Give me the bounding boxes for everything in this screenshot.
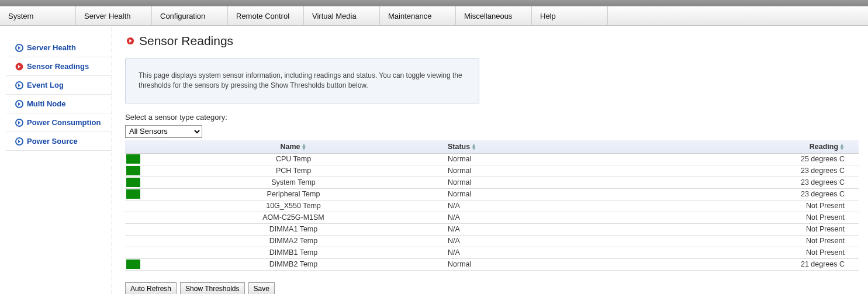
sensor-status: Normal [444,258,637,270]
status-color-box [126,178,140,187]
table-row[interactable]: AOM-C25G-M1SMN/ANot Present [125,212,859,223]
sidebar-item-power-source[interactable]: Power Source [6,132,112,151]
sidebar-item-label: Server Health [27,43,76,52]
sidebar-item-event-log[interactable]: Event Log [6,76,112,95]
sidebar-item-label: Multi Node [27,99,65,108]
status-color-cell [125,200,143,212]
sensor-status: N/A [444,223,637,235]
main-content: Sensor Readings This page displays syste… [112,26,868,294]
sensor-reading: 23 degrees C [637,188,859,200]
sidebar-item-multi-node[interactable]: Multi Node [6,95,112,113]
sensor-reading: 23 degrees C [637,165,859,177]
table-row[interactable]: Peripheral TempNormal23 degrees C [125,188,859,200]
sensor-name: DIMMB1 Temp [143,247,444,258]
sensor-type-select[interactable]: All Sensors [125,125,202,138]
button-row: Auto Refresh Show Thresholds Save [125,282,859,294]
table-row[interactable]: PCH TempNormal23 degrees C [125,165,859,177]
sidebar: Server Health Sensor Readings Event Log … [0,26,112,294]
show-thresholds-button[interactable]: Show Thresholds [180,282,245,294]
arrow-right-icon [15,63,23,71]
sensor-reading: 21 degrees C [637,258,859,270]
sort-icon: ▲▼ [839,143,845,150]
table-row[interactable]: DIMMB2 TempNormal21 degrees C [125,258,859,270]
col-header-color [125,140,143,154]
sidebar-item-label: Power Consumption [27,118,101,127]
sensor-status: Normal [444,153,637,165]
top-decor-bar [0,0,868,6]
save-button[interactable]: Save [248,282,275,294]
col-header-reading[interactable]: Reading▲▼ [637,140,859,154]
status-color-cell [125,153,143,165]
sensor-status: N/A [444,212,637,223]
sensor-table: Name▲▼ Status▲▼ Reading▲▼ CPU TempNormal… [125,140,859,271]
sensor-name: CPU Temp [143,153,444,165]
table-row[interactable]: System TempNormal23 degrees C [125,177,859,188]
col-header-name[interactable]: Name▲▼ [143,140,444,154]
arrow-right-icon [125,36,136,46]
arrow-right-icon [15,100,23,108]
menu-system[interactable]: System [0,6,76,25]
sensor-name: DIMMA1 Temp [143,223,444,235]
page-title-row: Sensor Readings [125,34,859,48]
sensor-status: Normal [444,177,637,188]
sidebar-item-label: Sensor Readings [27,62,89,71]
status-color-cell [125,223,143,235]
sensor-name: DIMMA2 Temp [143,235,444,247]
arrow-right-icon [15,119,23,127]
sensor-reading: Not Present [637,223,859,235]
arrow-right-icon [15,81,23,89]
status-color-cell [125,235,143,247]
table-row[interactable]: DIMMA1 TempN/ANot Present [125,223,859,235]
sensor-status: Normal [444,165,637,177]
sensor-status: N/A [444,247,637,258]
info-box: This page displays system sensor informa… [125,58,479,103]
sensor-status: N/A [444,200,637,212]
status-color-box [126,260,140,269]
sensor-name: System Temp [143,177,444,188]
menu-miscellaneous[interactable]: Miscellaneous [456,6,532,25]
sidebar-item-sensor-readings[interactable]: Sensor Readings [6,57,112,76]
arrow-right-icon [15,44,23,52]
sidebar-item-label: Event Log [27,81,64,89]
status-color-cell [125,247,143,258]
sensor-reading: Not Present [637,247,859,258]
status-color-box [126,189,140,199]
auto-refresh-button[interactable]: Auto Refresh [125,282,177,294]
main-menu-bar: System Server Health Configuration Remot… [0,6,868,26]
sensor-reading: 25 degrees C [637,153,859,165]
page-title: Sensor Readings [139,34,233,48]
sensor-name: 10G_X550 Temp [143,200,444,212]
status-color-cell [125,258,143,270]
sidebar-item-power-consumption[interactable]: Power Consumption [6,113,112,132]
col-header-status[interactable]: Status▲▼ [444,140,637,154]
status-color-box [126,166,140,175]
sensor-status: N/A [444,235,637,247]
table-row[interactable]: DIMMA2 TempN/ANot Present [125,235,859,247]
menu-remote-control[interactable]: Remote Control [228,6,304,25]
sensor-reading: 23 degrees C [637,177,859,188]
table-row[interactable]: 10G_X550 TempN/ANot Present [125,200,859,212]
menu-help[interactable]: Help [532,6,608,25]
menu-server-health[interactable]: Server Health [76,6,152,25]
table-row[interactable]: CPU TempNormal25 degrees C [125,153,859,165]
sensor-name: PCH Temp [143,165,444,177]
sort-icon: ▲▼ [302,143,307,150]
table-row[interactable]: DIMMB1 TempN/ANot Present [125,247,859,258]
status-color-cell [125,177,143,188]
sidebar-item-server-health[interactable]: Server Health [6,39,112,57]
sensor-name: AOM-C25G-M1SM [143,212,444,223]
menu-maintenance[interactable]: Maintenance [380,6,456,25]
sort-icon: ▲▼ [471,143,476,150]
status-color-cell [125,188,143,200]
sidebar-item-label: Power Source [27,137,78,146]
status-color-cell [125,165,143,177]
select-label: Select a sensor type category: [125,113,859,122]
status-color-box [126,154,140,164]
sensor-name: DIMMB2 Temp [143,258,444,270]
sensor-reading: Not Present [637,235,859,247]
menu-virtual-media[interactable]: Virtual Media [304,6,380,25]
sensor-name: Peripheral Temp [143,188,444,200]
menu-configuration[interactable]: Configuration [152,6,228,25]
arrow-right-icon [15,137,23,146]
sensor-status: Normal [444,188,637,200]
